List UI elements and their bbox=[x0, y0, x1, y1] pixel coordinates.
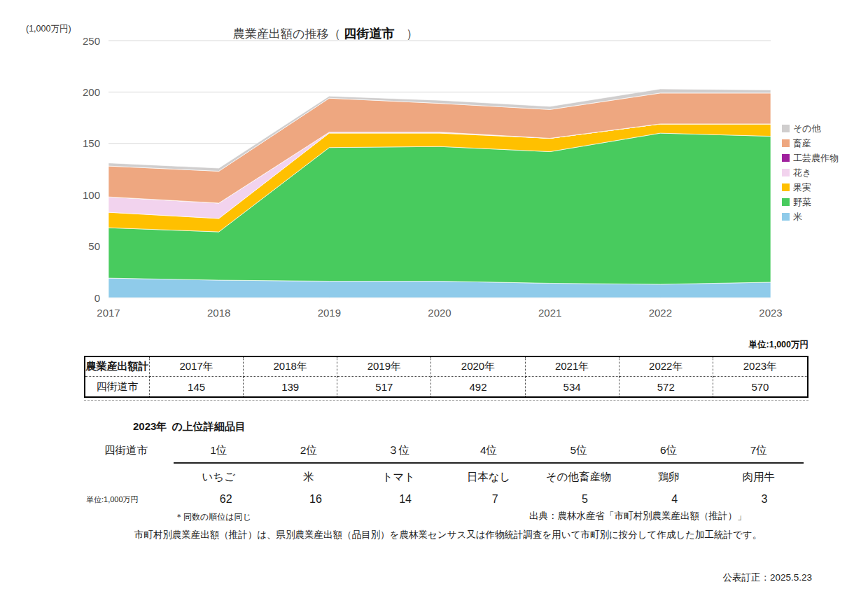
rank-header-cell: ３位 bbox=[354, 443, 444, 458]
rank-item-cell: いちご bbox=[174, 470, 264, 485]
ranking-row-label: 四街道市 bbox=[78, 443, 174, 464]
legend-item-工芸農作物: 工芸農作物 bbox=[782, 151, 839, 165]
legend-label: 工芸農作物 bbox=[793, 152, 839, 165]
chart-title: 農業産出額の推移（ 四街道市 ） bbox=[233, 25, 418, 42]
rank-header-cell: 6位 bbox=[624, 443, 714, 458]
x-label-2022: 2022 bbox=[629, 307, 692, 319]
summary-header-cell: 2017年 bbox=[150, 357, 244, 377]
x-label-2020: 2020 bbox=[408, 307, 471, 319]
ranking-header-row: 四街道市 1位2位３位4位5位6位7位 bbox=[78, 443, 809, 464]
legend-swatch-icon bbox=[782, 213, 790, 221]
rank-value-cell: 16 bbox=[271, 493, 360, 506]
rank-value-cell: 3 bbox=[720, 493, 809, 506]
y-tick-label-250: 250 bbox=[0, 36, 100, 46]
summary-value-cell: 492 bbox=[431, 377, 525, 396]
x-label-2018: 2018 bbox=[188, 307, 251, 319]
rank-header-cell: 1位 bbox=[174, 443, 264, 458]
summary-header-cell: 2020年 bbox=[431, 357, 525, 377]
rank-value-cell: 14 bbox=[360, 493, 450, 506]
rank-value-cell: 4 bbox=[630, 493, 720, 506]
legend-item-果実: 果実 bbox=[782, 180, 839, 195]
rank-item-cell: その他畜産物 bbox=[533, 470, 624, 485]
legend-swatch-icon bbox=[782, 198, 790, 206]
summary-table: 農業産出額計2017年2018年2019年2020年2021年2022年2023… bbox=[84, 356, 808, 398]
x-label-2019: 2019 bbox=[298, 307, 360, 319]
methodology-note: 市町村別農業産出額（推計）は、県別農業産出額（品目別）を農林業センサス又は作物統… bbox=[84, 529, 812, 541]
legend-swatch-icon bbox=[782, 169, 790, 176]
rank-item-cell: 日本なし bbox=[444, 470, 534, 485]
rank-value-cell: 62 bbox=[181, 493, 271, 506]
legend-label: 野菜 bbox=[793, 196, 811, 209]
y-tick-label-200: 200 bbox=[0, 87, 100, 97]
y-axis-unit-label: (1,000万円) bbox=[26, 23, 71, 35]
ranking-title-year: 2023年 bbox=[133, 420, 167, 432]
summary-header-cell: 2022年 bbox=[620, 357, 713, 377]
legend-item-米: 米 bbox=[782, 209, 839, 224]
rank-header-cell: 5位 bbox=[533, 443, 624, 458]
ranking-values: 6216147543 bbox=[181, 493, 809, 506]
legend-swatch-icon bbox=[782, 139, 790, 147]
rank-value-cell: 5 bbox=[540, 493, 629, 506]
legend-label: その他 bbox=[793, 123, 821, 135]
legend-item-野菜: 野菜 bbox=[782, 195, 839, 209]
report-page: (1,000万円) 農業産出額の推移（ 四街道市 ） 0501001502002… bbox=[0, 0, 868, 589]
legend-label: 畜産 bbox=[793, 137, 811, 150]
ranking-table: 四街道市 1位2位３位4位5位6位7位 いちご米トマト日本なしその他畜産物鶏卵肉… bbox=[78, 443, 809, 506]
summary-header-cell: 農業産出額計 bbox=[85, 357, 150, 377]
summary-header-cell: 2023年 bbox=[713, 357, 807, 377]
legend-label: 花き bbox=[793, 167, 811, 179]
agricultural-output-area-chart bbox=[0, 0, 868, 333]
y-tick-label-50: 50 bbox=[0, 241, 100, 251]
legend-swatch-icon bbox=[782, 154, 790, 162]
summary-header-cell: 2018年 bbox=[244, 357, 337, 377]
summary-row-label: 四街道市 bbox=[85, 377, 150, 396]
x-label-2021: 2021 bbox=[519, 307, 582, 319]
summary-table-unit-note: 単位:1,000万円 bbox=[598, 339, 808, 351]
y-tick-label-150: 150 bbox=[0, 138, 100, 148]
chart-legend: その他畜産工芸農作物花き果実野菜米 bbox=[782, 121, 839, 224]
rank-item-cell: トマト bbox=[354, 470, 444, 485]
legend-swatch-icon bbox=[782, 183, 790, 191]
legend-item-花き: 花き bbox=[782, 165, 839, 180]
y-tick-label-0: 0 bbox=[0, 293, 100, 303]
summary-value-cell: 572 bbox=[620, 377, 713, 396]
summary-value-cell: 534 bbox=[526, 377, 620, 396]
x-label-2017: 2017 bbox=[77, 307, 140, 319]
tie-rank-note: ＊同数の順位は同じ bbox=[175, 511, 251, 523]
summary-header-cell: 2021年 bbox=[526, 357, 620, 377]
source-note: 出典：農林水産省「市町村別農業産出額（推計）」 bbox=[529, 510, 747, 522]
summary-value-cell: 139 bbox=[244, 377, 337, 396]
correction-date-note: 公表訂正：2025.5.23 bbox=[602, 571, 812, 584]
chart-title-city-name: 四街道市 bbox=[344, 27, 394, 41]
ranking-unit-note: 単位:1,000万円 bbox=[78, 493, 181, 506]
legend-swatch-icon bbox=[782, 125, 790, 132]
summary-value-cell: 517 bbox=[337, 377, 431, 396]
chart-title-suffix: ） bbox=[394, 27, 418, 41]
rank-header-cell: 7位 bbox=[713, 443, 804, 458]
ranking-rank-headers: 1位2位３位4位5位6位7位 bbox=[174, 443, 804, 464]
y-tick-label-100: 100 bbox=[0, 190, 100, 200]
rank-item-cell: 鶏卵 bbox=[624, 470, 714, 485]
legend-item-その他: その他 bbox=[782, 121, 839, 136]
rank-item-cell: 肉用牛 bbox=[713, 470, 804, 485]
rank-header-cell: 4位 bbox=[444, 443, 534, 458]
summary-table-underline bbox=[84, 400, 808, 401]
ranking-items-row: いちご米トマト日本なしその他畜産物鶏卵肉用牛 bbox=[78, 470, 809, 485]
rank-value-cell: 7 bbox=[450, 493, 540, 506]
legend-item-畜産: 畜産 bbox=[782, 136, 839, 151]
chart-title-prefix: 農業産出額の推移（ bbox=[233, 27, 344, 41]
legend-label: 米 bbox=[793, 211, 802, 223]
ranking-title-rest: の上位詳細品目 bbox=[172, 420, 245, 432]
rank-item-cell: 米 bbox=[264, 470, 354, 485]
legend-label: 果実 bbox=[793, 181, 811, 194]
rank-header-cell: 2位 bbox=[264, 443, 354, 458]
ranking-item-names: いちご米トマト日本なしその他畜産物鶏卵肉用牛 bbox=[174, 470, 804, 485]
ranking-title: 2023年の上位詳細品目 bbox=[133, 420, 246, 434]
x-label-2023: 2023 bbox=[739, 307, 802, 319]
summary-header-cell: 2019年 bbox=[337, 357, 431, 377]
summary-value-cell: 570 bbox=[713, 377, 807, 396]
summary-value-cell: 145 bbox=[150, 377, 244, 396]
ranking-values-row: 単位:1,000万円 6216147543 bbox=[78, 493, 809, 506]
